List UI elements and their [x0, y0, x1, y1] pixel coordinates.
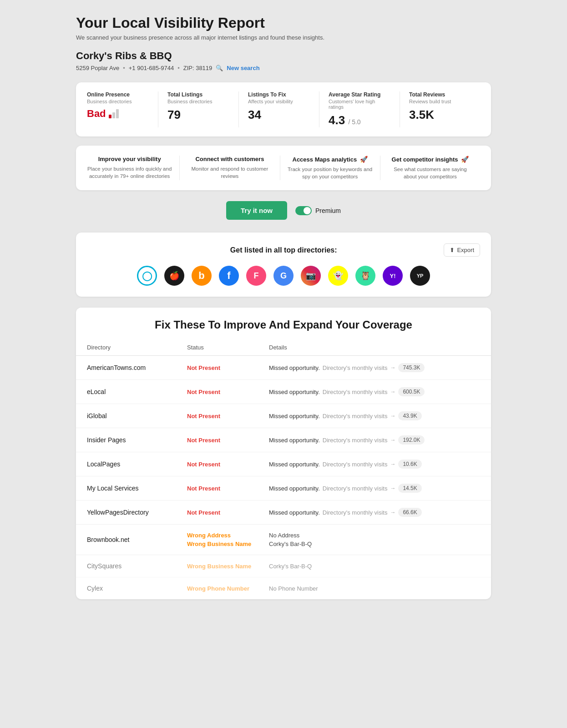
premium-toggle-switch[interactable]: [295, 206, 312, 215]
col-header-status: Status: [187, 344, 269, 351]
features-card: Improve your visibility Place your busin…: [76, 146, 491, 190]
visits-badge: 43.9K: [398, 411, 421, 420]
stat-online-presence: Online Presence Business directories Bad: [87, 91, 158, 127]
dir-icon-apple[interactable]: 🍎: [164, 266, 184, 286]
feature-title-maps: Access Maps analytics 🚀: [288, 156, 373, 163]
stat-sublabel-presence: Business directories: [87, 99, 149, 104]
visits-label: Directory's monthly visits: [323, 509, 388, 516]
search-icon: 🔍: [216, 65, 223, 71]
detail-cell: Missed opportunity.Directory's monthly v…: [269, 363, 480, 372]
visits-label: Directory's monthly visits: [323, 413, 388, 420]
premium-toggle[interactable]: Premium: [295, 206, 341, 215]
detail-value: No Phone Number: [269, 585, 480, 592]
toggle-knob: [304, 207, 311, 214]
cta-area: Try it now Premium: [76, 201, 491, 220]
signal-bars: [109, 109, 119, 118]
stat-label-rating: Average Star Rating: [329, 91, 390, 98]
arrow-icon: →: [390, 437, 395, 443]
status-cell: Wrong AddressWrong Business Name: [187, 532, 269, 547]
visits-badge: 192.0K: [398, 435, 425, 445]
feature-visibility: Improve your visibility Place your busin…: [87, 156, 180, 180]
business-name: Corky's Ribs & BBQ: [76, 50, 491, 62]
stat-sublabel-listings: Business directories: [167, 99, 229, 104]
detail-value: Corky's Bar-B-Q: [269, 541, 480, 547]
feature-title-visibility: Improve your visibility: [87, 156, 172, 162]
dir-icon-tripadvisor[interactable]: 🦉: [355, 266, 375, 286]
dir-icon-yahoo[interactable]: Y!: [383, 266, 403, 286]
feature-desc-maps: Track your position by keywords and spy …: [288, 166, 373, 180]
stat-value-listings: 79: [167, 108, 229, 122]
feature-competitors: Get competitor insights 🚀 See what custo…: [380, 156, 480, 180]
feature-desc-visibility: Place your business info quickly and acc…: [87, 165, 172, 180]
detail-value: No Address: [269, 532, 480, 539]
dir-name: CitySquares: [87, 562, 187, 570]
feature-title-competitors: Get competitor insights 🚀: [388, 156, 473, 163]
status-cell: Wrong Phone Number: [187, 585, 269, 592]
stat-label-listings: Total Listings: [167, 91, 229, 98]
bar-3: [116, 109, 119, 118]
arrow-icon: →: [390, 461, 395, 467]
visits-label: Directory's monthly visits: [323, 485, 388, 492]
dir-icon-alexa[interactable]: ◯: [137, 266, 157, 286]
stat-sublabel-fix: Affects your visibility: [248, 99, 310, 104]
feature-desc-customers: Monitor and respond to customer reviews: [187, 165, 272, 180]
arrow-icon: →: [390, 509, 395, 516]
detail-cell: Missed opportunity.Directory's monthly v…: [269, 460, 480, 469]
fix-section-header: Fix These To Improve And Expand Your Cov…: [76, 308, 491, 339]
dir-icon-facebook[interactable]: f: [219, 266, 239, 286]
arrow-icon: →: [390, 364, 395, 371]
table-row: iGlobalNot PresentMissed opportunity.Dir…: [76, 404, 491, 428]
dir-name: Cylex: [87, 585, 187, 592]
export-button[interactable]: ⬆ Export: [444, 243, 480, 257]
dir-icon-instagram[interactable]: 📷: [301, 266, 321, 286]
new-search-link[interactable]: New search: [227, 65, 259, 71]
business-meta: 5259 Poplar Ave • +1 901-685-9744 • ZIP:…: [76, 65, 491, 71]
table-header-row: Directory Status Details: [76, 339, 491, 356]
visits-badge: 14.5K: [398, 484, 421, 493]
detail-cell: No Phone Number: [269, 585, 480, 592]
try-now-button[interactable]: Try it now: [226, 201, 287, 220]
detail-cell: Missed opportunity.Directory's monthly v…: [269, 435, 480, 445]
dot-separator-2: •: [177, 65, 180, 71]
dir-icon-yellowpages[interactable]: YP: [410, 266, 430, 286]
dir-icon-bing[interactable]: b: [192, 266, 212, 286]
visits-label: Directory's monthly visits: [323, 437, 388, 444]
directories-title: Get listed in all top directories:: [123, 246, 444, 254]
detail-value: Corky's Bar-B-Q: [269, 563, 480, 570]
business-zip: ZIP: 38119: [183, 65, 213, 71]
dir-name: YellowPagesDirectory: [87, 509, 187, 516]
detail-cell: Missed opportunity.Directory's monthly v…: [269, 508, 480, 517]
stat-value-rating: 4.3 / 5.0: [329, 113, 390, 127]
feature-title-customers: Connect with customers: [187, 156, 272, 162]
bar-2: [112, 112, 115, 118]
table-row: AmericanTowns.comNot PresentMissed oppor…: [76, 356, 491, 380]
rocket-icon-2: 🚀: [461, 156, 469, 163]
table-row: Insider PagesNot PresentMissed opportuni…: [76, 428, 491, 452]
dir-icon-foursquare[interactable]: F: [246, 266, 266, 286]
missed-label: Missed opportunity.: [269, 437, 320, 444]
status-badge: Wrong Phone Number: [187, 585, 269, 592]
missed-label: Missed opportunity.: [269, 461, 320, 468]
table-row: eLocalNot PresentMissed opportunity.Dire…: [76, 380, 491, 404]
dir-icon-google[interactable]: G: [273, 266, 294, 286]
status-badge: Not Present: [187, 364, 269, 371]
directories-header: Get listed in all top directories: ⬆ Exp…: [87, 243, 480, 257]
dir-name: LocalPages: [87, 460, 187, 468]
dir-name: Brownbook.net: [87, 536, 187, 543]
stat-listings-to-fix: Listings To Fix Affects your visibility …: [239, 91, 319, 127]
visits-badge: 10.6K: [398, 460, 421, 469]
table-body: AmericanTowns.comNot PresentMissed oppor…: [76, 356, 491, 599]
missed-label: Missed opportunity.: [269, 413, 320, 420]
status-badge: Not Present: [187, 413, 269, 420]
status-cell: Wrong Business Name: [187, 563, 269, 570]
detail-cell: Missed opportunity.Directory's monthly v…: [269, 484, 480, 493]
rating-sub: / 5.0: [348, 118, 360, 126]
bar-1: [109, 115, 111, 118]
table-row: My Local ServicesNot PresentMissed oppor…: [76, 476, 491, 500]
dir-icon-snapchat[interactable]: 👻: [328, 266, 348, 286]
status-badge: Not Present: [187, 509, 269, 516]
detail-cell: Corky's Bar-B-Q: [269, 563, 480, 570]
table-row: YellowPagesDirectoryNot PresentMissed op…: [76, 500, 491, 525]
stat-star-rating: Average Star Rating Customers' love high…: [319, 91, 400, 127]
stat-value-fix: 34: [248, 108, 310, 122]
